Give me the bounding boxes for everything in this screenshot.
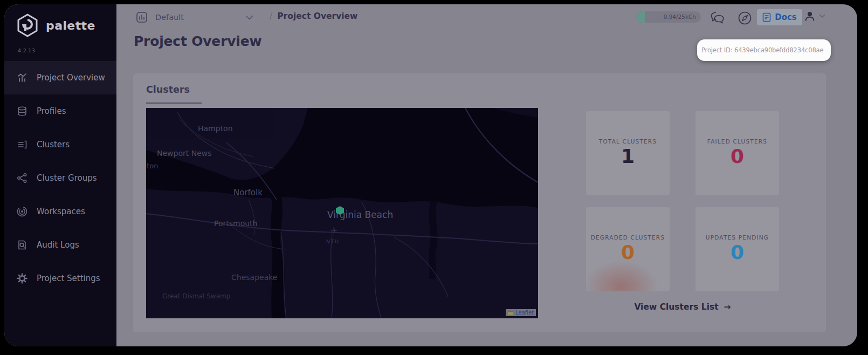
sidebar: palette 4.2.13 Project Overview [4, 4, 116, 346]
stat-label: TOTAL CLUSTERS [586, 138, 670, 145]
stat-label: DEGRADED CLUSTERS [586, 234, 670, 241]
usage-value: 0.94/25kCh [664, 13, 696, 20]
map-area-label: Great Dismal Swamp [162, 292, 230, 300]
compass-help-icon[interactable] [738, 11, 752, 25]
usage-meter: 0.94/25kCh [636, 11, 701, 23]
project-scope-selector[interactable]: Default [136, 10, 253, 24]
bar-chart-icon [136, 11, 148, 23]
concentric-circles-icon [16, 206, 28, 217]
sidebar-item-label: Profiles [37, 106, 66, 116]
sidebar-item-label: Clusters [37, 140, 70, 149]
map-city-label: Chesapeake [231, 273, 277, 282]
user-menu[interactable] [803, 10, 825, 23]
view-clusters-list-link[interactable]: View Clusters List→ [586, 302, 779, 312]
app-version: 4.2.13 [18, 47, 35, 53]
palette-logo-icon [15, 13, 40, 38]
map-city-label: Portsmouth [214, 219, 258, 228]
breadcrumb: /Project Overview [270, 11, 357, 21]
brand[interactable]: palette [15, 13, 95, 38]
gear-icon [16, 272, 28, 284]
chevron-down-icon [245, 15, 253, 20]
clusters-map[interactable]: Hampton Newport News llton Norfolk Virgi… [146, 108, 538, 318]
view-clusters-list-label: View Clusters List [634, 302, 718, 312]
sidebar-item-label: Audit Logs [37, 240, 79, 250]
map-city-label: Newport News [157, 149, 212, 158]
stat-tile-total-clusters: TOTAL CLUSTERS 1 [586, 111, 670, 195]
stat-value: 1 [586, 147, 670, 166]
stat-value: 0 [695, 243, 779, 262]
sidebar-item-cluster-groups[interactable]: Cluster Groups [4, 161, 116, 195]
stat-value: 0 [695, 147, 779, 166]
sidebar-item-label: Project Settings [37, 274, 100, 283]
document-search-icon [16, 239, 28, 251]
breadcrumb-current: Project Overview [277, 11, 357, 21]
usage-progress-fill [636, 11, 645, 23]
content-area: Default /Project Overview 0.94/25kCh [116, 4, 857, 346]
chat-bubbles-icon[interactable] [709, 11, 726, 25]
airport-icon: ✈ [330, 226, 337, 236]
user-icon [803, 10, 816, 23]
map-airport-label: NTU [326, 238, 339, 244]
list-icon [16, 139, 28, 151]
sidebar-item-project-settings[interactable]: Project Settings [4, 262, 116, 295]
map-city-label: Norfolk [233, 188, 263, 197]
app-window: palette 4.2.13 Project Overview [4, 4, 857, 346]
arrow-right-icon: → [724, 302, 731, 312]
ukraine-flag-icon [508, 311, 513, 315]
sidebar-item-label: Project Overview [37, 73, 105, 83]
stat-value: 0 [586, 243, 670, 262]
stat-label: UPDATES PENDING [695, 234, 779, 241]
sidebar-item-label: Workspaces [37, 207, 85, 216]
breadcrumb-separator: / [270, 11, 272, 21]
sidebar-item-workspaces[interactable]: Workspaces [4, 195, 116, 228]
map-city-label: llton [146, 162, 159, 170]
document-icon [762, 12, 771, 22]
leaflet-attribution-label: Leaflet [515, 310, 534, 316]
brand-name: palette [46, 19, 95, 32]
sidebar-item-clusters[interactable]: Clusters [4, 128, 116, 161]
stat-label: FAILED CLUSTERS [695, 138, 779, 145]
node-network-icon [16, 172, 28, 184]
tab-underline [146, 103, 202, 104]
sidebar-item-profiles[interactable]: Profiles [4, 94, 116, 128]
sidebar-nav: Project Overview Profiles [4, 61, 116, 295]
stat-tile-failed-clusters: FAILED CLUSTERS 0 [695, 111, 779, 195]
page-title: Project Overview [134, 33, 261, 49]
screenshot-frame: palette 4.2.13 Project Overview [0, 0, 868, 355]
panel-title: Clusters [146, 84, 190, 95]
analytics-chart-icon [16, 72, 28, 84]
chevron-down-icon [819, 14, 825, 18]
layers-stack-icon [16, 105, 28, 117]
map-city-label: Hampton [198, 124, 233, 133]
docs-button-label: Docs [775, 12, 797, 22]
sidebar-item-label: Cluster Groups [37, 173, 97, 183]
sidebar-item-audit-logs[interactable]: Audit Logs [4, 228, 116, 262]
docs-button[interactable]: Docs [757, 9, 802, 25]
clusters-panel: Clusters [133, 73, 826, 332]
sidebar-item-project-overview[interactable]: Project Overview [4, 61, 116, 94]
stat-tile-degraded-clusters: DEGRADED CLUSTERS 0 [586, 207, 670, 291]
map-attribution[interactable]: Leaflet [506, 309, 536, 316]
stat-tile-updates-pending: UPDATES PENDING 0 [695, 207, 779, 291]
selector-value: Default [155, 13, 184, 22]
project-id-tooltip: Project ID: 6439ebca90befdd8234c08ae [697, 39, 831, 61]
